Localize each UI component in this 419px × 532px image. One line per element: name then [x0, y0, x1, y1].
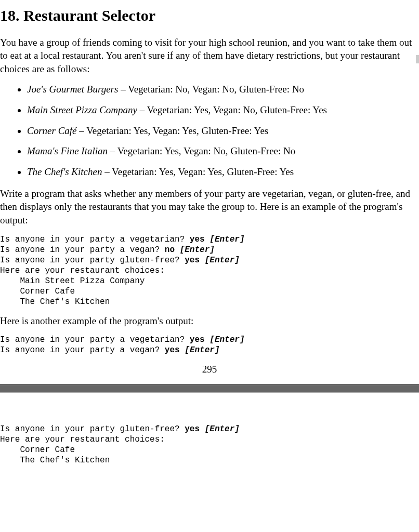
restaurant-list: Joe's Gourmet Burgers – Vegetarian: No, …	[0, 83, 419, 178]
code-example-2a: Is anyone in your party a vegetarian? ye…	[0, 335, 419, 355]
scrollbar-thumb[interactable]	[416, 55, 419, 63]
intro-paragraph: You have a group of friends coming to vi…	[0, 36, 414, 76]
between-paragraph: Here is another example of the program's…	[0, 314, 419, 328]
restaurant-name: Main Street Pizza Company	[27, 104, 137, 115]
list-item: Mama's Fine Italian – Vegetarian: Yes, V…	[27, 144, 419, 158]
page-divider	[0, 384, 419, 393]
list-item: Main Street Pizza Company – Vegetarian: …	[27, 103, 419, 117]
instructions-paragraph: Write a program that asks whether any me…	[0, 187, 415, 227]
restaurant-name: The Chef's Kitchen	[27, 166, 102, 177]
restaurant-details: – Vegetarian: Yes, Vegan: Yes, Gluten-Fr…	[77, 125, 269, 136]
list-item: Corner Café – Vegetarian: Yes, Vegan: Ye…	[27, 124, 419, 138]
restaurant-details: – Vegetarian: Yes, Vegan: Yes, Gluten-Fr…	[102, 166, 294, 177]
code-example-1: Is anyone in your party a vegetarian? ye…	[0, 234, 419, 307]
list-item: The Chef's Kitchen – Vegetarian: Yes, Ve…	[27, 165, 419, 179]
restaurant-name: Corner Café	[27, 125, 77, 136]
page-number: 295	[0, 363, 419, 376]
code-example-2b: Is anyone in your party gluten-free? yes…	[0, 424, 419, 466]
restaurant-details: – Vegetarian: Yes, Vegan: No, Gluten-Fre…	[108, 145, 295, 156]
list-item: Joe's Gourmet Burgers – Vegetarian: No, …	[27, 83, 419, 96]
restaurant-details: – Vegetarian: No, Vegan: No, Gluten-Free…	[118, 84, 304, 95]
restaurant-details: – Vegetarian: Yes, Vegan: No, Gluten-Fre…	[137, 104, 327, 115]
section-title: 18. Restaurant Selector	[0, 5, 419, 26]
restaurant-name: Joe's Gourmet Burgers	[27, 84, 118, 95]
restaurant-name: Mama's Fine Italian	[27, 145, 108, 156]
